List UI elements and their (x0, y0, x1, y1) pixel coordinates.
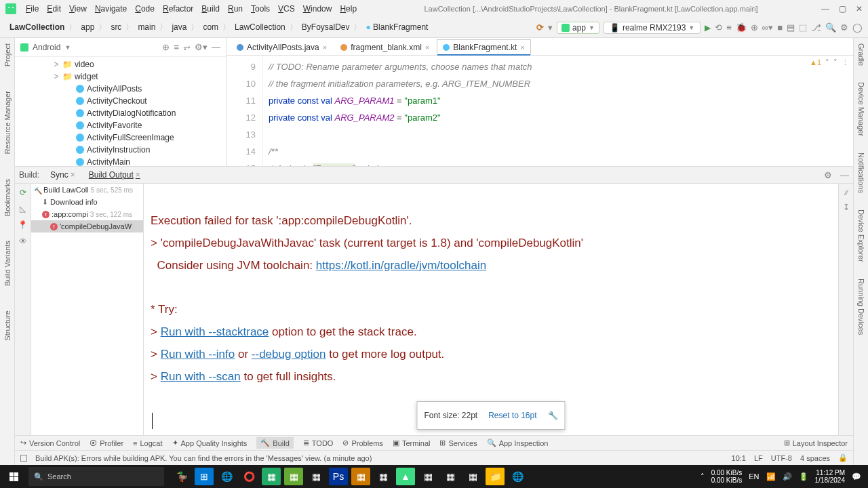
options-icon[interactable]: ⚙▾ (195, 42, 208, 52)
info-link[interactable]: Run with --info (161, 348, 235, 361)
build-node[interactable]: Build LawColl5 sec, 525 ms (31, 184, 143, 196)
tab-version-control[interactable]: ↪ Version Control (20, 439, 80, 447)
filter-icon[interactable]: ≡ (174, 42, 179, 52)
expand-icon[interactable]: 👁 (19, 237, 27, 246)
taskbar-chrome[interactable]: ⭕ (239, 468, 258, 485)
nav-down-icon[interactable]: ˅ (833, 58, 837, 67)
tree-ActivityCheckout[interactable]: ActivityCheckout (15, 95, 226, 107)
status-line-sep[interactable]: LF (754, 454, 763, 462)
tray-clock[interactable]: 11:12 PM1/18/2024 (815, 469, 846, 484)
toolchain-link[interactable]: https://kotl.in/gradle/jvm/toolchain (316, 259, 486, 272)
build-tab-output[interactable]: Build Output× (86, 169, 143, 181)
tray-battery-icon[interactable]: 🔋 (799, 472, 808, 481)
device-selector[interactable]: 📱realme RMX2193▼ (604, 22, 701, 34)
editor-menu-icon[interactable]: ⋮ (842, 58, 849, 67)
menu-file[interactable]: File (22, 3, 43, 15)
breadcrumb-0[interactable]: LawCollection (5, 21, 68, 33)
stop-icon[interactable]: ■ (777, 22, 783, 33)
taskbar-app-10[interactable]: ▦ (441, 468, 460, 485)
build-tab-sync[interactable]: Sync× (47, 169, 78, 181)
tree-ActivityDialogNotification[interactable]: ActivityDialogNotification (15, 107, 226, 119)
tree-video[interactable]: >📁video (15, 58, 226, 70)
menu-build[interactable]: Build (197, 3, 224, 15)
build-node[interactable]: !:app:compi3 sec, 122 ms (31, 208, 143, 220)
close-icon[interactable]: ✕ (856, 4, 863, 14)
tray-wifi-icon[interactable]: 📶 (766, 472, 776, 481)
sdk-icon[interactable]: ⬚ (799, 22, 807, 33)
tab-terminal[interactable]: ▣ Terminal (393, 439, 431, 447)
breadcrumb-2[interactable]: src (106, 21, 125, 33)
menu-edit[interactable]: Edit (43, 3, 65, 15)
editor-tab-ActivityAllPosts.java[interactable]: ActivityAllPosts.java× (231, 39, 333, 55)
breadcrumb-8[interactable]: ● BlankFragment (361, 21, 432, 33)
status-position[interactable]: 10:1 (732, 454, 746, 462)
tab-logcat[interactable]: ≡ Logcat (133, 439, 162, 447)
taskbar-edge[interactable]: 🌐 (217, 468, 236, 485)
warning-indicator[interactable]: ▲1 (810, 58, 821, 67)
dropdown-icon[interactable]: ▾ (548, 22, 553, 33)
sync-icon[interactable]: ⟳ (536, 22, 544, 33)
tray-chevron-icon[interactable]: ˄ (701, 472, 705, 481)
tree-ActivityInstruction[interactable]: ActivityInstruction (15, 144, 226, 156)
taskbar-app-7[interactable]: ▦ (351, 468, 370, 485)
tool-notifications[interactable]: Notifications (857, 152, 865, 193)
maximize-icon[interactable]: ▢ (839, 4, 846, 14)
menu-refactor[interactable]: Refactor (159, 3, 197, 15)
tab-app-inspection[interactable]: 🔍 App Inspection (487, 439, 549, 447)
breadcrumb-1[interactable]: app (77, 21, 98, 33)
nav-up-icon[interactable]: ˄ (825, 58, 829, 67)
menu-tools[interactable]: Tools (247, 3, 274, 15)
status-indent[interactable]: 4 spaces (800, 454, 830, 462)
hide-icon[interactable]: — (212, 42, 220, 52)
build-hide-icon[interactable]: — (840, 170, 849, 180)
taskbar-app-13[interactable]: 🌐 (508, 468, 527, 485)
stop-build-icon[interactable]: ◺ (20, 204, 26, 214)
minimize-icon[interactable]: — (821, 4, 829, 14)
profile-icon[interactable]: ⊕ (751, 22, 758, 33)
account-icon[interactable]: ◯ (852, 22, 863, 33)
debug-icon[interactable]: 🐞 (736, 22, 747, 33)
menu-help[interactable]: Help (336, 3, 361, 15)
tool-device-manager[interactable]: Device Manager (857, 82, 865, 136)
tool-bookmarks[interactable]: Bookmarks (3, 179, 12, 216)
project-view-selector[interactable]: Android (33, 43, 60, 52)
tab-services[interactable]: ⊞ Services (439, 439, 477, 447)
settings-icon[interactable]: ⚙ (840, 22, 848, 33)
tool-running-devices[interactable]: Running Devices (857, 279, 865, 335)
menu-view[interactable]: View (65, 3, 91, 15)
tool-structure[interactable]: Structure (3, 310, 12, 341)
taskbar-app-8[interactable]: ▦ (374, 468, 393, 485)
tool-build-variants[interactable]: Build Variants (3, 241, 12, 286)
status-readonly-icon[interactable]: 🔒 (838, 453, 848, 462)
run-icon[interactable]: ▶ (705, 23, 711, 33)
status-encoding[interactable]: UTF-8 (771, 454, 792, 462)
avd-icon[interactable]: ▤ (787, 22, 795, 33)
tab-problems[interactable]: ⊘ Problems (342, 439, 382, 447)
menu-code[interactable]: Code (131, 3, 159, 15)
run-config-selector[interactable]: app▼ (557, 22, 599, 34)
tray-language[interactable]: EN (749, 472, 759, 481)
build-output[interactable]: Execution failed for task ':app:compileD… (144, 184, 838, 435)
scan-link[interactable]: Run with --scan (161, 370, 241, 383)
tree-ActivityFullScreenImage[interactable]: ActivityFullScreenImage (15, 131, 226, 144)
tree-ActivityMain[interactable]: ActivityMain (15, 156, 226, 166)
build-node[interactable]: !'compileDebugJavaW (31, 220, 143, 232)
tab-profiler[interactable]: ⦿ Profiler (90, 439, 123, 447)
taskbar-app-4[interactable]: ▦ (284, 468, 303, 485)
breadcrumb-5[interactable]: com (199, 21, 222, 33)
tool-gradle[interactable]: Gradle (857, 43, 865, 66)
git-icon[interactable]: ⎇ (811, 22, 821, 33)
tree-ActivityFavorite[interactable]: ActivityFavorite (15, 119, 226, 131)
tree-ActivityAllPosts[interactable]: ActivityAllPosts (15, 83, 226, 95)
attach-icon[interactable]: ∞▾ (762, 22, 773, 33)
taskbar-app-1[interactable]: 🦆 (172, 468, 191, 485)
menu-vcs[interactable]: VCS (274, 3, 299, 15)
taskbar-app-6[interactable]: Ps (329, 468, 348, 485)
status-indicator-icon[interactable] (20, 455, 27, 462)
taskbar-search[interactable]: 🔍 Search (28, 467, 164, 486)
taskbar-app-5[interactable]: ▦ (307, 468, 326, 485)
taskbar-app-9[interactable]: ▦ (418, 468, 437, 485)
taskbar-app-3[interactable]: ▦ (262, 468, 281, 485)
collapse-icon[interactable]: ⥅ (183, 42, 191, 52)
tray-volume-icon[interactable]: 🔊 (783, 472, 792, 481)
